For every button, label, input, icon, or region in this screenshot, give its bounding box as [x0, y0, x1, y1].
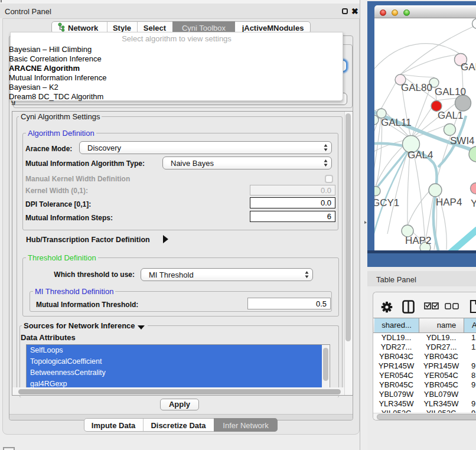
svg-text:GAL80: GAL80 [401, 82, 432, 93]
svg-text:HAP2: HAP2 [405, 235, 431, 246]
svg-text:GAL11: GAL11 [381, 117, 412, 128]
svg-text:GAL: GAL [461, 61, 476, 73]
svg-text:HAP4: HAP4 [436, 197, 462, 208]
svg-text:GAL1: GAL1 [438, 110, 463, 121]
svg-text:SWI4: SWI4 [450, 135, 475, 146]
svg-text:GCY1: GCY1 [374, 197, 399, 208]
svg-text:Y: Y [471, 198, 476, 209]
svg-text:GAL4: GAL4 [407, 149, 433, 161]
svg-text:GAL10: GAL10 [435, 86, 466, 97]
